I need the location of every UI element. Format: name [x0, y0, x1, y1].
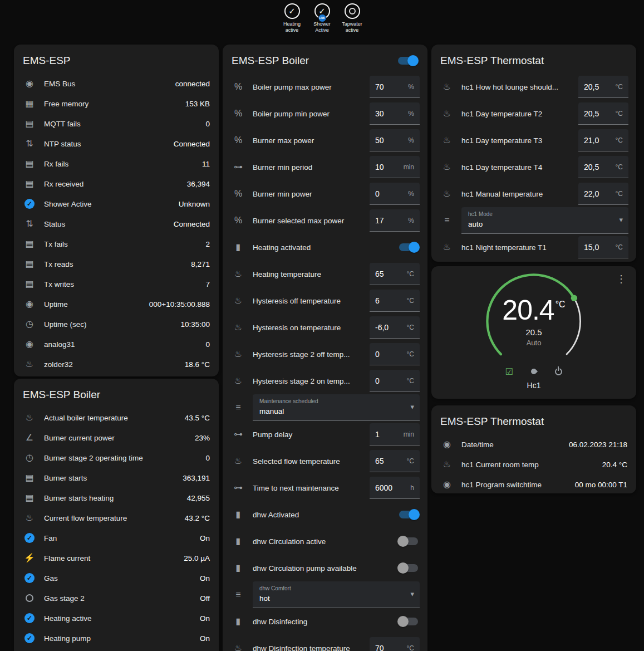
- entity-row[interactable]: ▤Tx writes7: [14, 274, 219, 294]
- entity-row[interactable]: ✓FanOn: [14, 528, 219, 548]
- entity-row[interactable]: ✓Heating pumpOn: [14, 628, 219, 648]
- entity-row[interactable]: ⇅NTP statusConnected: [14, 134, 219, 154]
- number-input[interactable]: 0%: [370, 183, 420, 205]
- number-input[interactable]: 65°C: [370, 263, 420, 285]
- toggle-switch[interactable]: [397, 509, 420, 520]
- entity-row[interactable]: ✓Heating activeOn: [14, 608, 219, 628]
- entity-row[interactable]: ♨zolder3218.6 °C: [14, 354, 219, 374]
- entity-row[interactable]: ♨hc1 Day temperature T321,0°C: [431, 127, 636, 154]
- entity-row[interactable]: ◷Uptime (sec)10:35:00: [14, 314, 219, 334]
- entity-row[interactable]: ♨hc1 Current room temp20.4 °C: [431, 454, 636, 474]
- number-input[interactable]: 6°C: [370, 290, 420, 312]
- number-input[interactable]: 10min: [370, 156, 420, 178]
- entity-row[interactable]: ⊶Burner min period10min: [223, 154, 427, 180]
- number-input[interactable]: 20,5°C: [578, 102, 628, 125]
- number-input[interactable]: 17%: [370, 209, 420, 232]
- entity-row[interactable]: ▤Rx received36,394: [14, 174, 219, 194]
- entity-row[interactable]: ▤MQTT fails0: [14, 114, 219, 134]
- power-off-button[interactable]: [553, 366, 563, 376]
- number-input[interactable]: 6000h: [370, 477, 420, 499]
- flame-heat-button[interactable]: [529, 366, 539, 376]
- number-input[interactable]: -6,0°C: [370, 316, 420, 339]
- entity-row[interactable]: ♨hc1 How hot lounge should...20,5°C: [431, 74, 636, 100]
- entity-row[interactable]: ◉analog310: [14, 334, 219, 354]
- entity-row[interactable]: ♨Current flow temperature43.2 °C: [14, 508, 219, 528]
- entity-row[interactable]: ♨Hysteresis stage 2 on temp...0°C: [223, 368, 427, 394]
- entity-row[interactable]: ♨hc1 Manual temperature22,0°C: [431, 180, 636, 207]
- number-input[interactable]: 0°C: [370, 343, 420, 365]
- number-input[interactable]: 21,0°C: [578, 129, 628, 151]
- number-input[interactable]: 65°C: [370, 450, 420, 472]
- number-input[interactable]: 1min: [370, 423, 420, 446]
- number-input[interactable]: 50%: [370, 129, 420, 151]
- entity-row[interactable]: ▮dhw Disinfecting: [223, 608, 427, 635]
- entity-row[interactable]: ≡dhw Comforthot▾: [223, 581, 427, 608]
- entity-row[interactable]: %Burner selected max power17%: [223, 207, 427, 234]
- toggle-switch[interactable]: [397, 536, 420, 547]
- entity-row[interactable]: %Burner min power0%: [223, 180, 427, 207]
- number-input[interactable]: 15,0°C: [578, 236, 628, 258]
- toggle-switch[interactable]: [397, 616, 420, 627]
- select-input[interactable]: Maintenance scheduledmanual▾: [253, 394, 420, 421]
- entity-row[interactable]: ≡Maintenance scheduledmanual▾: [223, 394, 427, 421]
- number-input[interactable]: 0°C: [370, 370, 420, 392]
- toggle-switch[interactable]: [397, 242, 420, 253]
- select-input[interactable]: hc1 Modeauto▾: [461, 207, 628, 234]
- entity-row[interactable]: ♨hc1 Day temperature T220,5°C: [431, 100, 636, 127]
- thermostat-dial[interactable]: 20.4°C 20.5 Auto: [481, 268, 587, 374]
- entity-row[interactable]: ▤Rx fails11: [14, 154, 219, 174]
- entity-row[interactable]: ◉Date/time06.02.2023 21:18: [431, 434, 636, 454]
- card-title: EMS-ESP: [14, 45, 219, 74]
- entity-row[interactable]: ♨Selected flow temperature65°C: [223, 448, 427, 474]
- number-input[interactable]: 20,5°C: [578, 156, 628, 178]
- badge-tapwater-active[interactable]: Tapwater active: [340, 3, 365, 34]
- toggle-switch[interactable]: [397, 562, 420, 574]
- entity-row[interactable]: ♨hc1 Night temperature T115,0°C: [431, 234, 636, 261]
- entity-row[interactable]: ♨Heating temperature65°C: [223, 261, 427, 287]
- entity-label: Burner stage 2 operating time: [44, 454, 198, 462]
- entity-row[interactable]: ♨Hysteresis off temperature6°C: [223, 287, 427, 314]
- entity-row[interactable]: ⊶Pump delay1min: [223, 421, 427, 448]
- entity-row[interactable]: ◉EMS Busconnected: [14, 74, 219, 94]
- entity-row[interactable]: ▮dhw Circulation pump available: [223, 555, 427, 581]
- entity-row[interactable]: ▤Burner starts heating42,955: [14, 488, 219, 508]
- entity-row[interactable]: ✓GasOn: [14, 568, 219, 588]
- kebab-menu-icon[interactable]: ⋮: [613, 272, 630, 286]
- entity-row[interactable]: Gas stage 2Off: [14, 588, 219, 608]
- entity-row[interactable]: ⇅StatusConnected: [14, 214, 219, 234]
- entity-row[interactable]: ≡hc1 Modeauto▾: [431, 207, 636, 234]
- number-input[interactable]: 30%: [370, 102, 420, 125]
- entity-row[interactable]: ♨Hysteresis stage 2 off temp...0°C: [223, 341, 427, 368]
- entity-row[interactable]: ◉hc1 Program switchtime00 mo 00:00 T1: [431, 474, 636, 493]
- card-power-toggle[interactable]: [396, 55, 419, 66]
- heater-icon: ▮: [232, 243, 245, 252]
- entity-row[interactable]: ▮Heating activated: [223, 234, 427, 261]
- select-input[interactable]: dhw Comforthot▾: [253, 581, 420, 608]
- entity-row[interactable]: ⊶Time to next maintenance6000h: [223, 474, 427, 501]
- schedule-calendar-icon[interactable]: ☑: [504, 366, 514, 376]
- entity-row[interactable]: ♨hc1 Day temperature T420,5°C: [431, 154, 636, 180]
- number-input[interactable]: 70%: [370, 76, 420, 98]
- number-input[interactable]: 22,0°C: [578, 183, 628, 205]
- badge-shower-active[interactable]: ✓ LINK Shower Active: [309, 3, 335, 34]
- entity-row[interactable]: ⚡Flame current25.0 µA: [14, 548, 219, 568]
- entity-row[interactable]: %Boiler pump max power70%: [223, 74, 427, 100]
- entity-row[interactable]: ▤Tx fails2: [14, 234, 219, 254]
- entity-row[interactable]: %Boiler pump min power30%: [223, 100, 427, 127]
- entity-row[interactable]: ♨Hysteresis on temperature-6,0°C: [223, 314, 427, 341]
- entity-row[interactable]: ♨Actual boiler temperature43.5 °C: [14, 408, 219, 428]
- entity-row[interactable]: ♨dhw Disinfection temperature70°C: [223, 635, 427, 651]
- entity-row[interactable]: ✓Shower ActiveUnknown: [14, 194, 219, 214]
- entity-row[interactable]: ▤Tx reads8,271: [14, 254, 219, 274]
- entity-row[interactable]: ▦Free memory153 KB: [14, 94, 219, 114]
- entity-row[interactable]: ▮dhw Circulation active: [223, 528, 427, 555]
- entity-row[interactable]: ∠Burner current power23%: [14, 428, 219, 448]
- number-input[interactable]: 70°C: [370, 637, 420, 651]
- entity-row[interactable]: ◉Uptime000+10:35:00.888: [14, 294, 219, 314]
- badge-heating-active[interactable]: ✓ Heating active: [279, 3, 305, 34]
- entity-row[interactable]: ▤Burner starts363,191: [14, 468, 219, 488]
- number-input[interactable]: 20,5°C: [578, 76, 628, 98]
- entity-row[interactable]: ▮dhw Activated: [223, 501, 427, 528]
- entity-row[interactable]: %Burner max power50%: [223, 127, 427, 154]
- entity-row[interactable]: ◷Burner stage 2 operating time0: [14, 448, 219, 468]
